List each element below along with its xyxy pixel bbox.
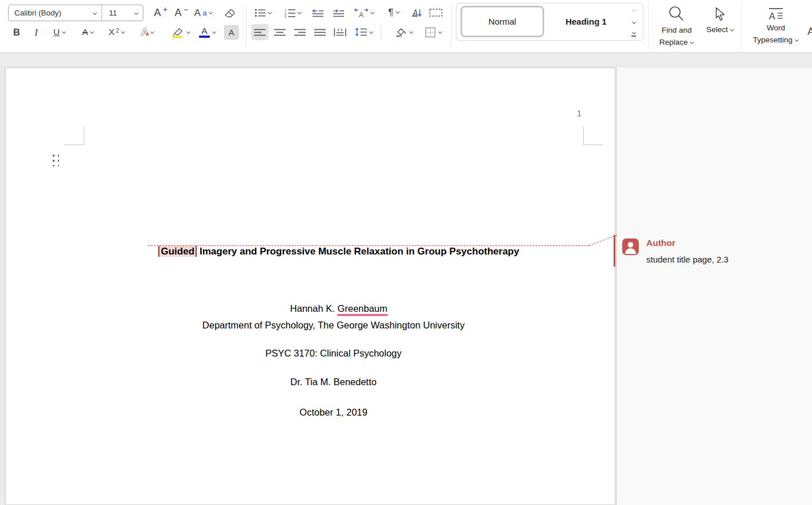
character-scale-button[interactable]: A [351, 5, 377, 21]
chevron-down-icon [794, 38, 799, 42]
style-normal[interactable]: Normal [460, 6, 544, 37]
align-left-button[interactable] [251, 24, 268, 40]
chevron-down-icon [61, 30, 66, 34]
bullet-list-icon [255, 9, 266, 17]
shading-button[interactable] [390, 24, 417, 40]
font-size-value: 11 [109, 9, 117, 17]
align-left-icon [253, 28, 266, 37]
chevron-down-icon [268, 10, 272, 15]
select-label: Select [706, 25, 728, 36]
author-surname-spellcheck: Greenbaum [337, 303, 387, 316]
word-typesetting-icon: A [767, 7, 784, 22]
person-icon [622, 238, 639, 255]
styles-gallery: Normal Heading 1 [456, 3, 643, 41]
decrease-font-size-button[interactable]: A − [171, 5, 191, 21]
paint-bucket-icon [394, 27, 408, 38]
text-effects-button[interactable]: A [135, 24, 161, 40]
character-shading-button[interactable]: A [224, 25, 239, 40]
word-typesetting-button[interactable]: A Word Typesetting [749, 3, 803, 49]
application-window: Calibri (Body) 11 A + A − A a [0, 0, 812, 505]
strikethrough-button[interactable]: A [76, 24, 100, 40]
search-icon [667, 5, 686, 24]
comments-pane [616, 68, 812, 505]
page-setup-button[interactable] [428, 6, 444, 19]
date-line[interactable]: October 1, 2019 [84, 406, 583, 418]
sort-icon [411, 8, 422, 18]
plus-icon: + [163, 6, 167, 14]
line-spacing-button[interactable] [352, 24, 377, 40]
justify-button[interactable] [311, 24, 329, 40]
ribbon-toolbar: Calibri (Body) 11 A + A − A a [0, 0, 812, 53]
chevron-down-icon [370, 10, 375, 15]
strikethrough-icon: A [82, 28, 88, 37]
distribute-icon [334, 28, 346, 37]
course-line[interactable]: PSYC 3170: Clinical Psychology [84, 347, 583, 359]
svg-text:A: A [358, 11, 363, 18]
align-center-button[interactable] [271, 24, 288, 40]
find-replace-label-line1: Find and [662, 25, 692, 36]
distribute-button[interactable] [331, 24, 349, 40]
drag-handle[interactable] [50, 152, 59, 166]
align-right-button[interactable] [291, 24, 309, 40]
paragraph-marks-button[interactable]: ¶ [382, 3, 406, 21]
author-prefix: Hannah K. [290, 303, 335, 314]
justify-icon [314, 28, 326, 37]
group-divider [246, 5, 247, 47]
italic-button[interactable]: I [29, 24, 43, 40]
clear-formatting-button[interactable] [221, 5, 239, 21]
affiliation-line[interactable]: Department of Psychology, The George Was… [84, 319, 583, 331]
style-heading-1[interactable]: Heading 1 [545, 6, 627, 37]
clipped-toolbar-button[interactable]: A [807, 26, 812, 37]
page-margins-icon [429, 8, 443, 17]
gallery-more-icon[interactable] [631, 30, 636, 37]
change-case-button[interactable]: A a [190, 5, 217, 21]
comment-avatar [622, 238, 639, 255]
chevron-down-icon [134, 11, 138, 15]
line-spacing-icon [355, 28, 368, 37]
document-title-line[interactable]: GuidedImagery and Progressive Muscle Rel… [84, 231, 583, 272]
chevron-down-icon [409, 30, 414, 34]
sort-button[interactable] [409, 5, 424, 21]
chevron-down-icon [150, 30, 155, 34]
comment-text[interactable]: student title page, 2.3 [646, 255, 728, 264]
superscript-x-icon: X [109, 28, 115, 37]
borders-button[interactable] [421, 24, 446, 40]
underline-button[interactable]: U [48, 24, 71, 40]
chevron-down-icon [395, 10, 400, 14]
comment-author[interactable]: Author [646, 238, 676, 248]
decrease-indent-icon [311, 9, 324, 17]
comment-anchor-highlight[interactable]: Guided [158, 246, 197, 257]
align-right-icon [294, 28, 306, 37]
letter-a-icon: A [154, 7, 161, 18]
superscript-button[interactable]: X 2 [104, 24, 130, 40]
bold-button[interactable]: B [9, 24, 24, 40]
gallery-scroll-up-icon[interactable] [631, 8, 636, 13]
chevron-down-icon [90, 30, 95, 34]
chevron-down-icon [369, 30, 374, 34]
font-name-select[interactable]: Calibri (Body) [9, 5, 102, 21]
instructor-line[interactable]: Dr. Tia M. Benedetto [84, 375, 583, 388]
chevron-down-icon [729, 28, 734, 32]
chevron-down-icon [438, 30, 442, 34]
highlight-color-button[interactable] [165, 24, 195, 40]
select-button[interactable]: Select [703, 3, 737, 39]
character-scale-icon: A [354, 8, 369, 18]
font-color-bar-icon [199, 36, 210, 38]
gallery-scroll-down-icon[interactable] [631, 20, 636, 25]
decrease-indent-button[interactable] [310, 5, 326, 21]
font-color-button[interactable]: A [195, 24, 220, 40]
group-divider [648, 2, 649, 50]
underline-icon: U [53, 28, 60, 37]
highlighter-icon [170, 26, 185, 38]
bullet-list-button[interactable] [251, 5, 275, 21]
borders-icon [425, 27, 436, 38]
chevron-down-icon [208, 10, 213, 15]
find-and-replace-button[interactable]: Find and Replace [654, 3, 700, 49]
increase-font-size-button[interactable]: A + [151, 5, 170, 21]
bold-icon: B [13, 28, 20, 37]
increase-indent-button[interactable] [330, 5, 346, 21]
document-page[interactable] [5, 68, 615, 505]
numbered-list-button[interactable]: 1 2 3 [280, 5, 306, 21]
font-size-select[interactable]: 11 [102, 9, 143, 17]
minus-icon: − [184, 6, 188, 14]
